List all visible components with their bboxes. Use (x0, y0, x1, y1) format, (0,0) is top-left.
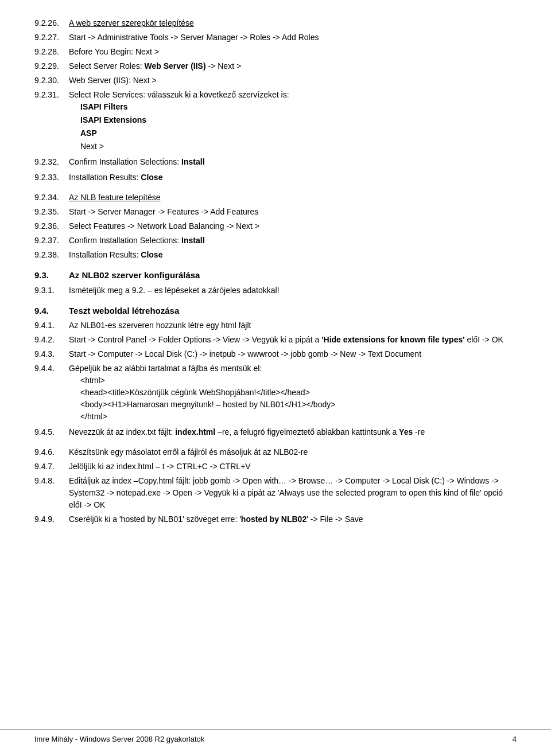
item-928: 9.2.28. Before You Begin: Next > (34, 46, 517, 58)
text-928: Before You Begin: Next > (69, 46, 517, 58)
indent-944-4: </html> (80, 411, 517, 423)
text-946: Készítsünk egy másolatot erről a fájlról… (69, 446, 517, 458)
heading-93: 9.3. Az NLB02 szerver konfigurálása (34, 269, 517, 282)
num-933: 9.2.33. (34, 172, 69, 184)
indent-944-2: <head><title>Köszöntjük cégünk WebShopjá… (80, 387, 517, 399)
num-932: 9.2.32. (34, 156, 69, 168)
text-942: Start -> Control Panel -> Folder Options… (69, 334, 517, 346)
footer-left: Imre Mihály - Windows Server 2008 R2 gya… (34, 734, 204, 745)
item-933: 9.2.33. Installation Results: Close (34, 172, 517, 184)
num-943: 9.4.3. (34, 348, 69, 360)
item-929: 9.2.29. Select Server Roles: Web Server … (34, 60, 517, 72)
item-938: 9.2.38. Installation Results: Close (34, 249, 517, 261)
item-944: 9.4.4. Gépeljük be az alábbi tartalmat a… (34, 363, 517, 423)
item-936: 9.2.36. Select Features -> Network Load … (34, 220, 517, 232)
num-934: 9.2.34. (34, 192, 69, 204)
indent-944-3: <body><H1>Hamarosan megnyitunk! – hosted… (80, 399, 517, 411)
section-926: 9.2.26. A web szerver szerepkör telepíté… (34, 17, 517, 184)
page-content: 9.2.26. A web szerver szerepkör telepíté… (34, 17, 517, 525)
item-948: 9.4.8. Editáljuk az index –Copy.html fáj… (34, 475, 517, 511)
indent-931-1: ISAPI Filters (80, 101, 517, 113)
text-929: Select Server Roles: Web Server (IIS) ->… (69, 60, 517, 72)
num-945: 9.4.5. (34, 426, 69, 438)
num-929: 9.2.29. (34, 60, 69, 72)
item-941: 9.4.1. Az NLB01-es szerveren hozzunk lét… (34, 319, 517, 332)
item-947: 9.4.7. Jelöljük ki az index.html – t -> … (34, 461, 517, 473)
item-926: 9.2.26. A web szerver szerepkör telepíté… (34, 17, 517, 29)
num-93: 9.3. (34, 269, 69, 282)
num-941: 9.4.1. (34, 319, 69, 332)
text-934: Az NLB feature telepítése (69, 192, 517, 204)
item-931s: 9.3.1. Ismételjük meg a 9.2. – es lépése… (34, 285, 517, 297)
text-936: Select Features -> Network Load Balancin… (69, 220, 517, 232)
footer: Imre Mihály - Windows Server 2008 R2 gya… (0, 730, 551, 745)
text-931s: Ismételjük meg a 9.2. – es lépéseket a z… (69, 285, 517, 297)
text-945: Nevezzük át az index.txt fájlt: index.ht… (69, 426, 517, 438)
indent-931-3: ASP (80, 127, 517, 139)
item-931: 9.2.31. Select Role Services: válasszuk … (34, 89, 517, 154)
num-928: 9.2.28. (34, 46, 69, 58)
text-941: Az NLB01-es szerveren hozzunk létre egy … (69, 319, 517, 332)
text-933: Installation Results: Close (69, 172, 517, 184)
text-931: Select Role Services: válasszuk ki a köv… (69, 89, 517, 154)
item-932: 9.2.32. Confirm Installation Selections:… (34, 156, 517, 168)
text-926: A web szerver szerepkör telepítése (69, 17, 517, 29)
indent-931-4: Next > (80, 141, 517, 153)
item-930: 9.2.30. Web Server (IIS): Next > (34, 75, 517, 87)
label-94: Teszt weboldal létrehozása (69, 305, 517, 318)
section-934-group: 9.2.34. Az NLB feature telepítése 9.2.35… (34, 192, 517, 261)
num-947: 9.4.7. (34, 461, 69, 473)
text-935: Start -> Server Manager -> Features -> A… (69, 206, 517, 218)
item-937: 9.2.37. Confirm Installation Selections:… (34, 235, 517, 247)
item-935: 9.2.35. Start -> Server Manager -> Featu… (34, 206, 517, 218)
text-943: Start -> Computer -> Local Disk (C:) -> … (69, 348, 517, 360)
num-938: 9.2.38. (34, 249, 69, 261)
num-949: 9.4.9. (34, 513, 69, 525)
item-945: 9.4.5. Nevezzük át az index.txt fájlt: i… (34, 426, 517, 438)
item-927: 9.2.27. Start -> Administrative Tools ->… (34, 32, 517, 44)
text-932: Confirm Installation Selections: Install (69, 156, 517, 168)
num-936: 9.2.36. (34, 220, 69, 232)
text-949: Cseréljük ki a 'hosted by NLB01' szövege… (69, 513, 517, 525)
item-949: 9.4.9. Cseréljük ki a 'hosted by NLB01' … (34, 513, 517, 525)
item-943: 9.4.3. Start -> Computer -> Local Disk (… (34, 348, 517, 360)
text-937: Confirm Installation Selections: Install (69, 235, 517, 247)
num-935: 9.2.35. (34, 206, 69, 218)
text-938: Installation Results: Close (69, 249, 517, 261)
label-93: Az NLB02 szerver konfigurálása (69, 269, 517, 282)
num-946: 9.4.6. (34, 446, 69, 458)
item-942: 9.4.2. Start -> Control Panel -> Folder … (34, 334, 517, 346)
item-934: 9.2.34. Az NLB feature telepítése (34, 192, 517, 204)
num-94: 9.4. (34, 305, 69, 318)
num-937: 9.2.37. (34, 235, 69, 247)
text-947: Jelöljük ki az index.html – t -> CTRL+C … (69, 461, 517, 473)
num-931s: 9.3.1. (34, 285, 69, 297)
text-930: Web Server (IIS): Next > (69, 75, 517, 87)
text-948: Editáljuk az index –Copy.html fájlt: job… (69, 475, 517, 511)
footer-right: 4 (513, 734, 517, 745)
num-944: 9.4.4. (34, 363, 69, 423)
num-926: 9.2.26. (34, 17, 69, 29)
heading-94: 9.4. Teszt weboldal létrehozása (34, 305, 517, 318)
num-931: 9.2.31. (34, 89, 69, 154)
text-927: Start -> Administrative Tools -> Server … (69, 32, 517, 44)
indent-944-1: <html> (80, 375, 517, 387)
num-930: 9.2.30. (34, 75, 69, 87)
text-944: Gépeljük be az alábbi tartalmat a fájlba… (69, 363, 517, 423)
num-927: 9.2.27. (34, 32, 69, 44)
indent-931-2: ISAPI Extensions (80, 114, 517, 126)
section-93: 9.3. Az NLB02 szerver konfigurálása 9.3.… (34, 269, 517, 297)
item-946: 9.4.6. Készítsünk egy másolatot erről a … (34, 446, 517, 458)
section-94: 9.4. Teszt weboldal létrehozása 9.4.1. A… (34, 305, 517, 526)
num-942: 9.4.2. (34, 334, 69, 346)
num-948: 9.4.8. (34, 475, 69, 511)
